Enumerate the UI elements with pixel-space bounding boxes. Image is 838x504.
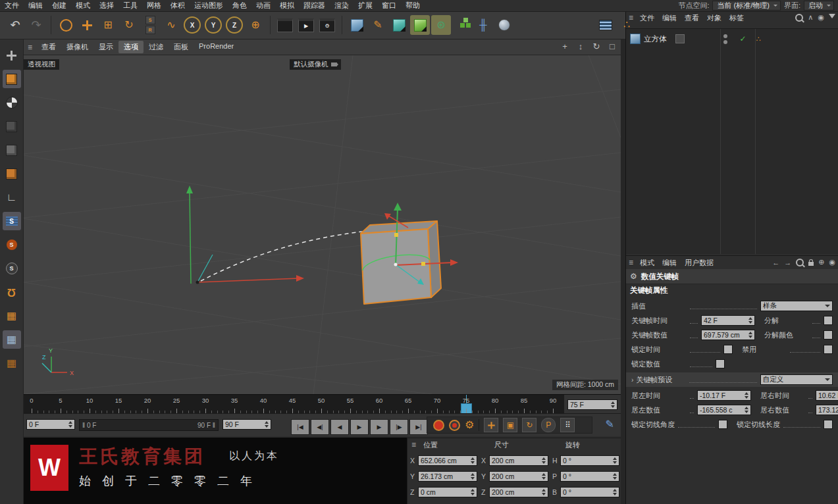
coord-field[interactable]: 652.066 cm bbox=[418, 455, 477, 466]
lock-time-checkbox[interactable] bbox=[723, 345, 733, 354]
spinner-icon[interactable] bbox=[609, 401, 615, 408]
volume-button[interactable] bbox=[389, 15, 409, 35]
coord-field[interactable]: 0 ° bbox=[560, 455, 619, 466]
panel-splitter[interactable] bbox=[621, 39, 625, 504]
workplane-grid-button[interactable]: ▦ bbox=[3, 330, 21, 349]
forward-arrow-icon[interactable]: → bbox=[784, 259, 791, 266]
lock-tangent-length-checkbox[interactable] bbox=[824, 420, 833, 429]
recent-tools-stack[interactable]: SR bbox=[140, 15, 160, 35]
spinner-icon[interactable] bbox=[469, 473, 475, 480]
coord-field[interactable]: 0 ° bbox=[560, 487, 619, 497]
coord-field[interactable]: 200 cm bbox=[489, 455, 548, 466]
axis-mode-button[interactable]: ∟ bbox=[3, 188, 21, 207]
back-arrow-icon[interactable]: ← bbox=[772, 259, 779, 266]
camera-label[interactable]: 默认摄像机 bbox=[290, 59, 341, 70]
record-scale-toggle[interactable]: ▣ bbox=[503, 418, 517, 432]
spinner-icon[interactable] bbox=[611, 473, 617, 480]
spinner-icon[interactable] bbox=[743, 407, 748, 413]
search-icon[interactable] bbox=[795, 14, 803, 22]
z-axis-lock-button[interactable]: Z bbox=[224, 15, 244, 35]
mograph-button[interactable]: ⊛ bbox=[431, 15, 451, 35]
timeline-pencil-icon[interactable]: ✎ bbox=[606, 419, 614, 430]
animation-tag-icon[interactable]: ∴ bbox=[756, 36, 761, 43]
spinner-icon[interactable] bbox=[611, 489, 617, 495]
spinner-icon[interactable] bbox=[263, 421, 269, 428]
array-button[interactable] bbox=[452, 15, 472, 35]
up-arrow-icon[interactable]: ∧ bbox=[808, 13, 813, 22]
viewport-menu-5[interactable]: 面板 bbox=[169, 41, 194, 53]
object-manager-menu-4[interactable]: 标签 bbox=[725, 13, 748, 23]
menubar-item-15[interactable]: 窗口 bbox=[377, 0, 401, 11]
interface-select[interactable]: 启动 bbox=[804, 1, 834, 11]
prev-frame-button[interactable]: ◀ bbox=[330, 419, 349, 435]
add-circle-icon[interactable]: ⊕ bbox=[818, 258, 824, 266]
menubar-item-13[interactable]: 渲染 bbox=[330, 0, 354, 11]
coord-field[interactable]: 200 cm bbox=[489, 487, 548, 497]
menubar-item-3[interactable]: 模式 bbox=[71, 0, 95, 11]
snap-settings-button[interactable]: S bbox=[3, 259, 21, 278]
rotate-tool-button[interactable]: ↻ bbox=[119, 15, 139, 35]
object-manager-menu-3[interactable]: 对象 bbox=[703, 13, 725, 23]
maximize-view-icon[interactable]: □ bbox=[606, 41, 618, 51]
object-name[interactable]: 立方体 bbox=[644, 34, 667, 44]
zoom-view-icon[interactable]: ↕ bbox=[575, 41, 587, 51]
viewport-menu-6[interactable]: ProRender bbox=[194, 41, 239, 53]
spinner-icon[interactable] bbox=[746, 317, 752, 324]
preset-library-button[interactable]: ∴ bbox=[617, 15, 637, 35]
snap-enabled-button[interactable]: S bbox=[3, 236, 21, 254]
menubar-item-14[interactable]: 扩展 bbox=[354, 0, 377, 11]
redo-button[interactable]: ↷ bbox=[26, 15, 46, 35]
quantize-button[interactable]: ▦ bbox=[3, 354, 21, 372]
undo-button[interactable]: ↶ bbox=[5, 15, 25, 35]
coordinate-system-button[interactable]: ⊕ bbox=[246, 15, 265, 35]
mode-circle-icon[interactable]: ◉ bbox=[829, 258, 835, 266]
visibility-toggle-icons[interactable] bbox=[723, 34, 727, 44]
spinner-icon[interactable] bbox=[540, 457, 546, 464]
coordinates-menu-icon[interactable]: ≡ bbox=[411, 440, 416, 449]
coord-field[interactable]: 200 cm bbox=[489, 471, 548, 482]
menubar-item-0[interactable]: 文件 bbox=[0, 0, 24, 11]
attribute-menu-icon[interactable]: ≡ bbox=[629, 258, 633, 267]
interpolation-select[interactable]: 样条 bbox=[760, 301, 833, 311]
pan-view-icon[interactable]: + bbox=[559, 41, 571, 51]
preset-select[interactable]: 自定义 bbox=[760, 374, 833, 385]
make-editable-button[interactable] bbox=[3, 46, 21, 64]
autokey-button[interactable]: ⚙ bbox=[465, 420, 474, 430]
keyframe-selection-button[interactable] bbox=[449, 420, 460, 431]
attribute-menu-0[interactable]: 模式 bbox=[636, 258, 658, 268]
spinner-icon[interactable] bbox=[611, 457, 617, 464]
spinner-icon[interactable] bbox=[469, 489, 475, 495]
magnet-snap-button[interactable]: Ω bbox=[3, 283, 21, 301]
viewport-menu-icon[interactable]: ≡ bbox=[28, 43, 32, 52]
viewport-menu-4[interactable]: 过滤 bbox=[144, 41, 169, 53]
record-position-toggle[interactable] bbox=[484, 418, 498, 432]
viewport-menu-3[interactable]: 选项 bbox=[118, 41, 144, 53]
deformer-button[interactable]: ╫ bbox=[473, 15, 493, 35]
frame-range-slider[interactable]: ‖ 0 F 90 F ‖ bbox=[79, 419, 219, 431]
record-rotation-toggle[interactable]: ↻ bbox=[522, 418, 537, 432]
viewport-menu-0[interactable]: 查看 bbox=[36, 41, 61, 53]
render-settings-button[interactable]: ⚙ bbox=[317, 15, 337, 35]
spinner-icon[interactable] bbox=[746, 332, 752, 338]
decompose-checkbox[interactable] bbox=[824, 316, 833, 325]
range-start-field[interactable]: 0 F bbox=[26, 419, 75, 430]
key-value-field[interactable]: 697.579 cm bbox=[701, 330, 755, 340]
grid-snap-button[interactable]: ▦ bbox=[3, 307, 21, 325]
content-browser-button[interactable] bbox=[596, 15, 615, 35]
object-row-cube[interactable]: 立方体 ✓ ∴ bbox=[630, 33, 835, 45]
right-value-field[interactable]: 173.126 c bbox=[816, 405, 838, 415]
workplane-mode-button[interactable]: S bbox=[3, 212, 21, 230]
object-manager-menu-2[interactable]: 查看 bbox=[681, 13, 703, 23]
coord-field[interactable]: 0 ° bbox=[560, 471, 619, 482]
lock-value-checkbox[interactable] bbox=[716, 359, 725, 368]
spinner-icon[interactable] bbox=[540, 489, 546, 495]
range-slider-end-handle[interactable]: 90 F ‖ bbox=[197, 422, 215, 429]
coord-field[interactable]: 26.173 cm bbox=[418, 471, 477, 482]
object-manager-menu-1[interactable]: 编辑 bbox=[658, 13, 681, 23]
search-icon[interactable] bbox=[796, 259, 804, 266]
left-value-field[interactable]: -165.558 c bbox=[697, 405, 751, 415]
field-button[interactable] bbox=[494, 15, 514, 35]
record-parameter-toggle[interactable]: P bbox=[541, 418, 556, 432]
menubar-item-9[interactable]: 角色 bbox=[228, 0, 251, 11]
spline-pen-button[interactable]: ✎ bbox=[368, 15, 388, 35]
